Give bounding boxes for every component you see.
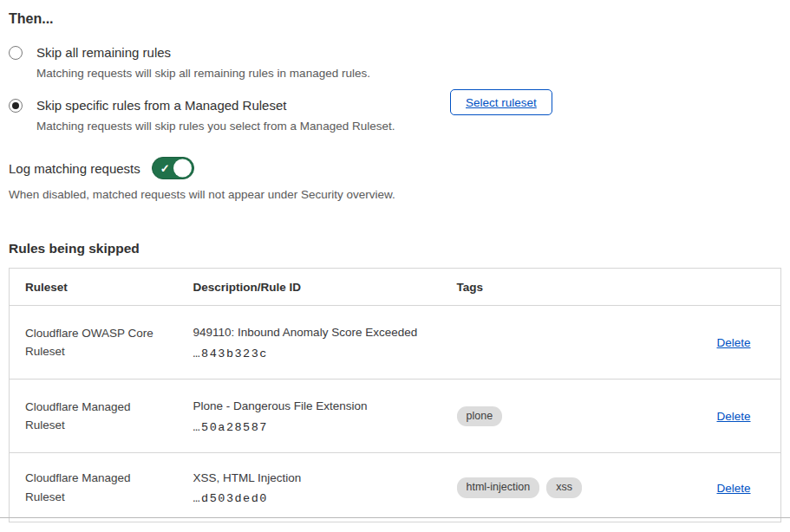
radio-description: Matching requests will skip all remainin… — [36, 66, 370, 81]
radio-label: Skip specific rules from a Managed Rules… — [36, 98, 395, 114]
rule-description: Plone - Dangerous File Extension — [193, 399, 440, 414]
ruleset-name: Cloudflare OWASP Core Ruleset — [10, 306, 193, 380]
waf-skip-rule-panel: Then... Skip all remaining rules Matchin… — [0, 0, 790, 522]
table-row: Cloudflare Managed Ruleset XSS, HTML Inj… — [10, 453, 781, 522]
then-heading: Then... — [9, 10, 780, 27]
rule-id: …d503ded0 — [193, 492, 440, 505]
delete-link[interactable]: Delete — [717, 410, 751, 423]
rule-id: …50a28587 — [193, 421, 440, 434]
column-header-actions — [717, 269, 781, 306]
then-options-group: Skip all remaining rules Matching reques… — [9, 45, 780, 134]
log-matching-description: When disabled, matched requests will not… — [9, 187, 780, 203]
tag-pill: xss — [546, 477, 582, 498]
rule-description: XSS, HTML Injection — [193, 470, 440, 486]
tag-pill: html-injection — [457, 477, 540, 498]
select-ruleset-button[interactable]: Select ruleset — [450, 89, 552, 115]
ruleset-name: Cloudflare Managed Ruleset — [10, 453, 193, 522]
check-icon: ✓ — [160, 163, 170, 174]
rule-id: …843b323c — [193, 347, 440, 360]
radio-unselected-icon[interactable] — [9, 46, 23, 60]
radio-description: Matching requests will skip rules you se… — [36, 119, 395, 134]
log-matching-row: Log matching requests ✓ — [9, 157, 780, 179]
tags-cell — [457, 306, 717, 380]
radio-selected-icon[interactable] — [9, 99, 23, 113]
delete-link[interactable]: Delete — [717, 482, 751, 495]
column-header-ruleset: Ruleset — [10, 269, 193, 306]
rules-being-skipped-heading: Rules being skipped — [9, 241, 780, 256]
table-row: Cloudflare OWASP Core Ruleset 949110: In… — [10, 306, 781, 380]
column-header-description: Description/Rule ID — [193, 269, 457, 306]
section-divider — [0, 517, 790, 518]
tags-cell: html-injectionxss — [457, 453, 717, 522]
column-header-tags: Tags — [457, 269, 717, 306]
tags-cell: plone — [457, 380, 717, 453]
rules-being-skipped-table: Ruleset Description/Rule ID Tags Cloudfl… — [9, 268, 781, 522]
log-matching-label: Log matching requests — [9, 161, 140, 176]
table-header-row: Ruleset Description/Rule ID Tags — [10, 269, 781, 306]
delete-link[interactable]: Delete — [717, 336, 751, 349]
table-row: Cloudflare Managed Ruleset Plone - Dange… — [10, 380, 781, 453]
rule-description: 949110: Inbound Anomaly Score Exceeded — [193, 325, 440, 341]
log-matching-toggle[interactable]: ✓ — [152, 157, 194, 179]
radio-label: Skip all remaining rules — [36, 45, 370, 62]
radio-option-skip-all[interactable]: Skip all remaining rules Matching reques… — [9, 45, 780, 81]
toggle-knob — [173, 159, 192, 178]
radio-option-skip-specific[interactable]: Skip specific rules from a Managed Rules… — [9, 98, 780, 134]
tag-pill: plone — [457, 406, 503, 427]
ruleset-name: Cloudflare Managed Ruleset — [10, 380, 193, 453]
